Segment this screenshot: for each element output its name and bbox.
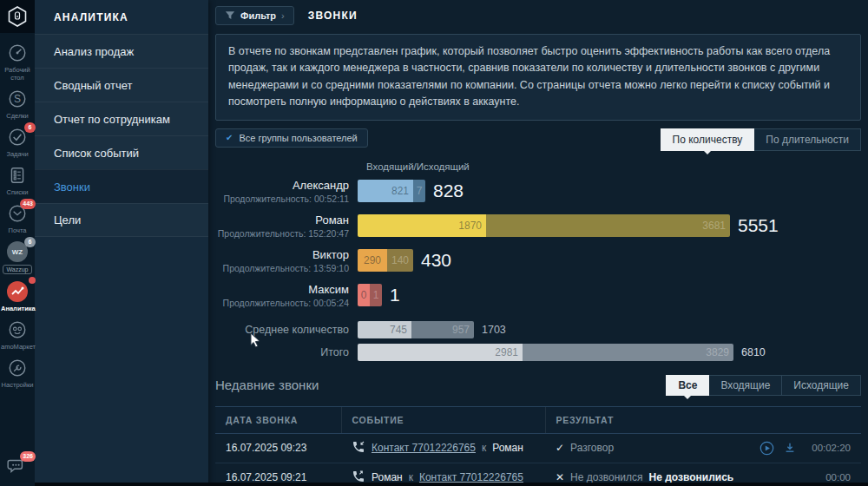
sidebar-item-wazzup[interactable]: WZ 6 Wazzup xyxy=(3,240,31,274)
tab-all[interactable]: Все xyxy=(666,375,709,396)
manager-duration: Продолжительность: 00:52:11 xyxy=(215,194,349,204)
sidebar-item-amomarket[interactable]: amoМаркет xyxy=(1,319,34,351)
manager-name: Роман xyxy=(372,471,403,483)
sidebar-item-lists[interactable]: Списки xyxy=(6,164,29,196)
recent-calls-header: Недавние звонки Все Входящие Исходящие xyxy=(215,375,861,396)
check-icon: ✔ xyxy=(226,133,233,142)
analytics-menu: АНАЛИТИКА Анализ продаж Сводный отчет От… xyxy=(35,0,208,486)
manager-name: Роман xyxy=(215,213,349,227)
filter-button[interactable]: Фильтр › xyxy=(215,6,294,25)
recent-calls-table: ДАТА ЗВОНКА СОБЫТИЕ РЕЗУЛЬТАТ 16.07.2025… xyxy=(215,406,861,486)
total-count: 1 xyxy=(390,285,400,305)
chart-row-maksim: МаксимПродолжительность: 00:05:24 0 1 1 xyxy=(215,283,861,308)
download-icon[interactable] xyxy=(784,442,796,454)
manager-duration: Продолжительность: 00:05:24 xyxy=(215,298,349,308)
tab-outgoing[interactable]: Исходящие xyxy=(782,375,861,396)
bar-average[interactable]: 745 957 xyxy=(358,321,474,338)
wazzup-label: Wazzup xyxy=(3,265,31,274)
total-count: 430 xyxy=(421,250,451,271)
recent-calls-title: Недавние звонки xyxy=(215,378,319,392)
chat-icon: 326 xyxy=(6,455,29,477)
chart-row-viktor: ВикторПродолжительность: 13:59:10 290 14… xyxy=(215,248,861,273)
tasks-badge: 6 xyxy=(24,122,36,133)
check-icon: ✓ xyxy=(556,442,564,454)
call-duration: 00:00 xyxy=(806,472,851,483)
menu-item-goals[interactable]: Цели xyxy=(35,203,208,237)
call-date: 16.07.2025 09:23 xyxy=(215,433,341,463)
call-result: Разговор xyxy=(570,442,614,454)
manager-duration: Продолжительность: 152:20:47 xyxy=(215,228,349,239)
wazzup-icon: WZ 6 xyxy=(6,240,29,263)
chevron-right-icon: › xyxy=(281,10,285,21)
total-count: 5551 xyxy=(738,215,779,236)
sidebar-item-desktop[interactable]: Рабочий стол xyxy=(1,42,34,82)
analytics-icon xyxy=(6,280,29,303)
tab-by-quantity[interactable]: По количеству xyxy=(661,128,755,151)
total-count: 6810 xyxy=(741,346,766,358)
menu-item-calls[interactable]: Звонки xyxy=(35,169,208,203)
support-chat-button[interactable]: 326 xyxy=(6,455,29,477)
bar-total[interactable]: 2981 3829 xyxy=(358,344,733,361)
menu-item-summary-report[interactable]: Сводный отчет xyxy=(35,68,208,102)
manager-name: Роман xyxy=(492,442,523,454)
tasks-icon: 6 xyxy=(6,126,29,148)
tab-by-duration[interactable]: По длительности xyxy=(754,128,861,151)
column-header-event: СОБЫТИЕ xyxy=(341,406,545,433)
mail-icon: 443 xyxy=(6,202,29,225)
chat-badge: 326 xyxy=(20,451,36,462)
call-direction-tabs: Все Входящие Исходящие xyxy=(666,375,861,396)
settings-icon xyxy=(6,357,29,379)
bar-maksim[interactable]: 0 1 xyxy=(358,284,382,306)
chart-row-roman: РоманПродолжительность: 152:20:47 1870 3… xyxy=(215,213,861,239)
chart-row-total: Итого 2981 3829 6810 xyxy=(215,344,861,361)
bar-viktor[interactable]: 290 140 xyxy=(358,249,413,272)
active-tab-notch xyxy=(683,395,692,399)
total-count: 1703 xyxy=(482,324,506,336)
manager-name: Максим xyxy=(215,283,349,296)
main-content: Фильтр › ЗВОНКИ В отчете по звонкам пред… xyxy=(208,0,868,486)
mail-badge: 443 xyxy=(20,199,36,209)
contact-link[interactable]: Контакт 77012226765 xyxy=(372,442,476,454)
gauge-icon xyxy=(6,42,29,64)
play-button[interactable] xyxy=(760,441,774,456)
chart-row-alexandr: АлександрПродолжительность: 00:52:11 821… xyxy=(215,179,861,204)
total-count: 828 xyxy=(433,181,464,201)
sidebar-item-deals[interactable]: S Сделки xyxy=(6,88,29,120)
column-header-date: ДАТА ЗВОНКА xyxy=(215,406,341,433)
cross-icon: ✕ xyxy=(556,471,564,483)
bar-roman[interactable]: 1870 3681 xyxy=(358,214,730,237)
chart-legend: Входящий/Исходящий xyxy=(366,161,861,172)
mode-toggle: По количеству По длительности xyxy=(661,128,861,151)
bottom-edge xyxy=(35,483,868,486)
incoming-call-icon xyxy=(352,440,365,456)
summary-label: Среднее количество xyxy=(215,324,349,336)
menu-item-employee-report[interactable]: Отчет по сотрудникам xyxy=(35,102,208,135)
manager-name: Александр xyxy=(215,179,349,192)
table-row: 16.07.2025 09:23 Контакт 77012226765 к Р… xyxy=(215,433,861,463)
sidebar-item-analytics[interactable]: Аналитика xyxy=(1,280,34,312)
sidebar-item-tasks[interactable]: 6 Задачи xyxy=(6,126,29,158)
manager-name: Виктор xyxy=(215,248,349,261)
app-logo[interactable] xyxy=(0,0,35,33)
chart-controls: ✔ Все группы пользователей По количеству… xyxy=(215,128,861,151)
menu-item-sales-analysis[interactable]: Анализ продаж xyxy=(35,34,208,68)
column-header-result: РЕЗУЛЬТАТ xyxy=(545,406,861,433)
menu-title: АНАЛИТИКА xyxy=(35,0,208,34)
hexagon-logo-icon xyxy=(6,5,29,28)
contact-link[interactable]: Контакт 77012226765 xyxy=(419,471,523,483)
funnel-icon xyxy=(225,10,235,21)
sidebar-item-mail[interactable]: 443 Почта xyxy=(6,202,29,234)
call-result: Не дозвонился xyxy=(570,471,642,483)
active-tab-notch xyxy=(703,150,712,154)
tab-incoming[interactable]: Входящие xyxy=(709,375,782,396)
menu-item-event-list[interactable]: Список событий xyxy=(35,135,208,169)
user-groups-filter[interactable]: ✔ Все группы пользователей xyxy=(215,128,368,148)
bar-alexandr[interactable]: 821 7 xyxy=(358,180,425,202)
icon-rail: Рабочий стол S Сделки 6 Задачи Списки 44… xyxy=(0,0,35,486)
topbar: Фильтр › ЗВОНКИ xyxy=(215,3,861,28)
deals-icon: S xyxy=(6,88,29,110)
sidebar-item-settings[interactable]: Настройки xyxy=(2,357,34,389)
chart-row-average: Среднее количество 745 957 1703 xyxy=(215,321,861,338)
analytics-dot xyxy=(29,277,36,284)
amomarket-icon xyxy=(6,319,29,341)
